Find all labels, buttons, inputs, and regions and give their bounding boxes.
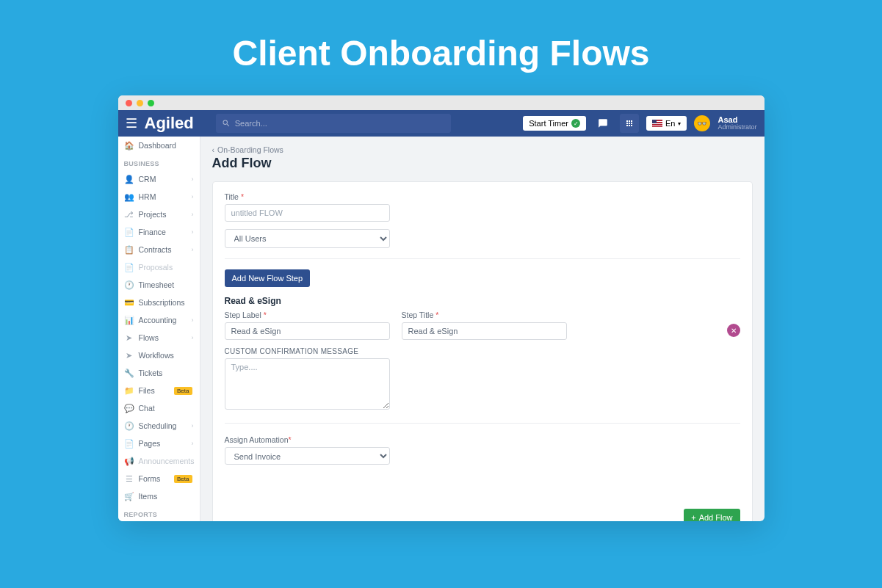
- sidebar-item-proposals[interactable]: 📄Proposals: [118, 258, 200, 276]
- arrow-icon: ➤: [124, 350, 134, 360]
- close-icon: ✕: [731, 327, 737, 335]
- user-role: Administrator: [717, 124, 756, 131]
- sidebar: 🏠 Dashboard BUSINESS 👤CRM› 👥HRM› ⎇Projec…: [118, 137, 200, 521]
- search-icon: [222, 119, 231, 128]
- close-window-dot[interactable]: [126, 100, 132, 106]
- title-label: Title *: [225, 192, 740, 201]
- sidebar-item-crm[interactable]: 👤CRM›: [118, 170, 200, 188]
- chevron-down-icon: ▾: [678, 120, 681, 127]
- wrench-icon: 🔧: [124, 368, 134, 378]
- remove-step-button[interactable]: ✕: [727, 324, 740, 337]
- start-timer-button[interactable]: Start Timer ✓: [523, 116, 586, 131]
- chevron-right-icon: ›: [192, 334, 194, 341]
- step-title-input[interactable]: [402, 322, 567, 340]
- people-icon: 👥: [124, 192, 134, 202]
- beta-badge: Beta: [174, 387, 192, 395]
- divider: [225, 423, 740, 424]
- file-icon: 📄: [124, 262, 134, 272]
- add-flow-label: Add Flow: [699, 513, 733, 521]
- divider: [225, 258, 740, 259]
- confirmation-label: CUSTOM CONFIRMATION MESSAGE: [225, 347, 740, 355]
- sidebar-item-forms[interactable]: ☰FormsBeta: [118, 470, 200, 487]
- sidebar-item-contracts[interactable]: 📋Contracts›: [118, 241, 200, 258]
- sidebar-item-pages[interactable]: 📄Pages›: [118, 435, 200, 452]
- topbar: ☰ Agiled Start Timer ✓ En ▾ 👓 Asad Admin…: [118, 110, 764, 137]
- notifications-icon[interactable]: [593, 114, 612, 133]
- form-card: Title * All Users Add New Flow Step Read…: [212, 181, 753, 521]
- users-select[interactable]: All Users: [225, 229, 390, 248]
- beta-badge: Beta: [174, 475, 192, 483]
- chart-icon: 📊: [124, 315, 134, 325]
- sidebar-item-timesheet[interactable]: 🕐Timesheet: [118, 276, 200, 294]
- cart-icon: 🛒: [124, 491, 134, 501]
- sidebar-section-business: BUSINESS: [118, 154, 200, 170]
- assign-automation-select[interactable]: Send Invoice: [225, 447, 390, 465]
- sidebar-item-workflows[interactable]: ➤Workflows: [118, 346, 200, 364]
- breadcrumb-label: On-Boarding Flows: [217, 145, 283, 154]
- sidebar-item-subscriptions[interactable]: 💳Subscriptions: [118, 294, 200, 311]
- card-icon: 💳: [124, 297, 134, 308]
- main-content: ‹ On-Boarding Flows Add Flow Title * All…: [200, 137, 764, 521]
- chat-icon: 💬: [124, 403, 134, 413]
- menu-icon[interactable]: ☰: [126, 115, 137, 131]
- add-flow-button[interactable]: + Add Flow: [684, 509, 740, 521]
- flag-icon: [652, 120, 662, 127]
- home-icon: 🏠: [124, 140, 134, 150]
- app-window: ☰ Agiled Start Timer ✓ En ▾ 👓 Asad Admin…: [118, 95, 764, 521]
- confirmation-textarea[interactable]: [225, 358, 390, 410]
- minimize-window-dot[interactable]: [137, 100, 143, 106]
- step-label-input[interactable]: [225, 322, 390, 340]
- search-input[interactable]: [235, 119, 445, 128]
- step-heading: Read & eSign: [225, 296, 740, 306]
- hero-title: Client Onboarding Flows: [0, 0, 882, 95]
- check-icon: ✓: [571, 119, 580, 128]
- file-icon: 📋: [124, 244, 134, 255]
- sidebar-item-dashboard[interactable]: 🏠 Dashboard: [118, 137, 200, 154]
- branch-icon: ⎇: [124, 209, 134, 219]
- sidebar-item-files[interactable]: 📁FilesBeta: [118, 382, 200, 399]
- megaphone-icon: 📢: [124, 456, 134, 466]
- sidebar-section-reports: REPORTS: [118, 505, 200, 521]
- sidebar-item-items[interactable]: 🛒Items: [118, 487, 200, 505]
- person-icon: 👤: [124, 174, 134, 184]
- sidebar-item-tickets[interactable]: 🔧Tickets: [118, 364, 200, 382]
- sidebar-item-scheduling[interactable]: 🕐Scheduling›: [118, 417, 200, 435]
- mac-titlebar: [118, 95, 764, 110]
- lang-label: En: [665, 119, 675, 128]
- breadcrumb[interactable]: ‹ On-Boarding Flows: [212, 145, 753, 154]
- plus-icon: +: [691, 513, 695, 521]
- start-timer-label: Start Timer: [529, 119, 568, 128]
- document-icon: 📄: [124, 227, 134, 237]
- user-info[interactable]: Asad Administrator: [717, 115, 756, 131]
- add-new-flow-step-button[interactable]: Add New Flow Step: [225, 269, 311, 287]
- arrow-icon: ➤: [124, 333, 134, 343]
- clock-icon: 🕐: [124, 280, 134, 290]
- page-icon: 📄: [124, 438, 134, 449]
- clock-icon: 🕐: [124, 421, 134, 431]
- title-input[interactable]: [225, 204, 390, 222]
- sidebar-item-announcements[interactable]: 📢Announcements: [118, 452, 200, 470]
- sidebar-item-hrm[interactable]: 👥HRM›: [118, 188, 200, 206]
- chevron-right-icon: ›: [192, 228, 194, 236]
- chevron-right-icon: ›: [192, 246, 194, 253]
- page-title: Add Flow: [212, 156, 753, 171]
- list-icon: ☰: [124, 473, 134, 484]
- sidebar-item-finance[interactable]: 📄Finance›: [118, 223, 200, 241]
- step-title-label: Step Title *: [402, 311, 567, 319]
- sidebar-item-flows[interactable]: ➤Flows›: [118, 329, 200, 346]
- assign-automation-label: Assign Automation*: [225, 435, 740, 444]
- maximize-window-dot[interactable]: [148, 100, 154, 106]
- chevron-right-icon: ›: [192, 422, 194, 429]
- sidebar-item-chat[interactable]: 💬Chat: [118, 399, 200, 417]
- step-label-label: Step Label *: [225, 311, 390, 319]
- sidebar-item-projects[interactable]: ⎇Projects›: [118, 206, 200, 223]
- chevron-right-icon: ›: [192, 211, 194, 218]
- sidebar-item-accounting[interactable]: 📊Accounting›: [118, 311, 200, 329]
- folder-icon: 📁: [124, 385, 134, 396]
- apps-grid-icon[interactable]: [620, 114, 639, 133]
- language-selector[interactable]: En ▾: [646, 116, 687, 131]
- search-container[interactable]: [216, 114, 451, 133]
- avatar[interactable]: 👓: [694, 115, 710, 131]
- app-logo: Agiled: [145, 114, 194, 133]
- sidebar-item-label: Dashboard: [139, 141, 194, 150]
